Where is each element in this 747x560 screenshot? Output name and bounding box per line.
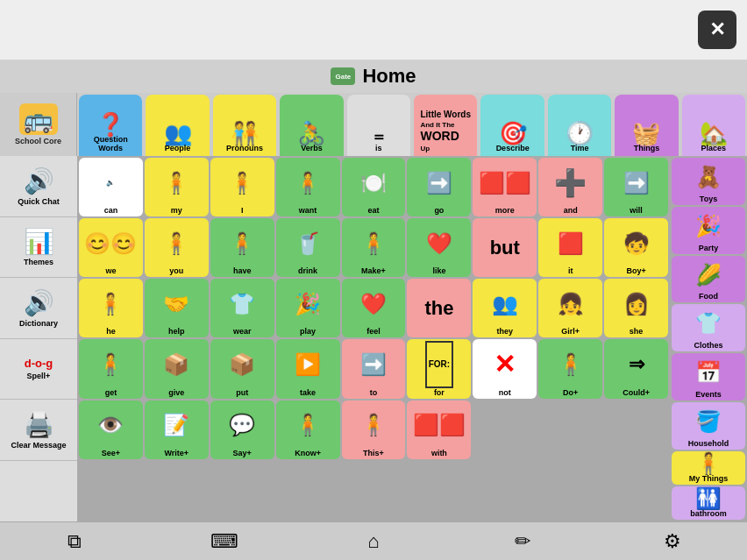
cell-write-plus[interactable]: 📝 Write+ <box>145 401 209 459</box>
sidebar-item-dictionary[interactable]: 🔊 Dictionary <box>0 278 77 339</box>
cell-but[interactable]: but <box>473 218 537 277</box>
will-icon: ➡️ <box>623 159 650 206</box>
cell-we[interactable]: 😊😊 we <box>79 218 143 277</box>
events-icon: 📅 <box>695 355 722 390</box>
sidebar-themes-label: Themes <box>24 258 53 266</box>
cell-events[interactable]: 📅 Events <box>672 353 745 401</box>
cell-food[interactable]: 🌽 Food <box>672 256 745 303</box>
get-icon: 🧍 <box>97 341 124 387</box>
cell-want[interactable]: 🧍 want <box>276 158 340 216</box>
cell-go[interactable]: ➡️ go <box>407 158 471 216</box>
pencil-button[interactable]: ✏ <box>503 526 542 557</box>
sidebar-item-spell-plus[interactable]: d-o-g Spell+ <box>0 339 77 401</box>
tab-question-words[interactable]: ❓ QuestionWords <box>79 95 142 156</box>
cell-help[interactable]: 🤝 help <box>145 279 209 337</box>
cell-party[interactable]: 🎉 Party <box>672 207 745 254</box>
cell-my-things[interactable]: 🧍 My Things <box>672 451 745 485</box>
tab-pronouns[interactable]: 🧑‍🤝‍🧑 Pronouns <box>213 95 276 156</box>
cell-feel[interactable]: ❤️ feel <box>342 279 406 337</box>
cell-do-plus[interactable]: 🧍 Do+ <box>538 339 602 398</box>
cell-eat[interactable]: 🍽️ eat <box>342 158 406 216</box>
is-icon: ＝ <box>371 129 387 145</box>
tab-time[interactable]: 🕐 Time <box>548 95 611 156</box>
but-label: but <box>490 238 520 258</box>
cell-like[interactable]: ❤️ like <box>407 218 471 277</box>
left-sidebar: 🔊 Quick Chat 📊 Themes 🔊 Dictionary d-o-g… <box>0 156 77 521</box>
cell-clothes[interactable]: 👕 Clothes <box>672 304 745 351</box>
can-label: can <box>104 207 118 215</box>
little-words-icon: Little WordsAnd It TheWORDUp <box>420 110 471 153</box>
cell-to[interactable]: ➡️ to <box>342 339 406 398</box>
category-tabs: ❓ QuestionWords 👥 People 🧑‍🤝‍🧑 Pronouns … <box>77 93 747 156</box>
cell-see-plus[interactable]: 👁️ See+ <box>79 401 143 459</box>
he-label: he <box>106 328 116 336</box>
cell-the[interactable]: the <box>407 279 471 337</box>
cell-know-plus[interactable]: 🧍 Know+ <box>276 401 340 459</box>
tab-things[interactable]: 🧺 Things <box>615 95 678 156</box>
sidebar-item-clear-message[interactable]: 🖨️ Clear Message <box>0 400 77 461</box>
tab-verbs[interactable]: 🚴 Verbs <box>280 95 343 156</box>
sidebar-item-quick-chat[interactable]: 🔊 Quick Chat <box>0 156 77 217</box>
cell-not[interactable]: ✕ not <box>473 339 537 398</box>
clothes-label: Clothes <box>694 342 722 350</box>
cell-my[interactable]: 🧍 my <box>145 158 209 216</box>
cell-it[interactable]: 🟥 it <box>538 218 602 277</box>
things-icon: 🧺 <box>632 122 660 145</box>
cell-he[interactable]: 🧍 he <box>79 279 143 337</box>
tab-people[interactable]: 👥 People <box>146 95 209 156</box>
food-icon: 🌽 <box>695 258 722 293</box>
cell-can[interactable]: 🔈 can <box>79 158 143 216</box>
girl-plus-icon: 👧 <box>558 280 584 327</box>
cell-bathroom[interactable]: 🚻 bathroom <box>672 486 745 520</box>
cell-wear[interactable]: 👕 wear <box>210 279 274 337</box>
cell-have[interactable]: 🧍 have <box>210 218 274 277</box>
have-icon: 🧍 <box>229 220 255 266</box>
tab-places[interactable]: 🏡 Places <box>682 95 745 156</box>
cell-give[interactable]: 📦 give <box>145 339 209 398</box>
cell-drink[interactable]: 🥤 drink <box>276 218 340 277</box>
tab-describe[interactable]: 🎯 Describe <box>480 95 544 156</box>
we-icon: 😊😊 <box>84 220 137 266</box>
cell-put[interactable]: 📦 put <box>210 339 274 398</box>
sidebar-spell-label: Spell+ <box>27 372 51 380</box>
tab-pronouns-label: Pronouns <box>226 145 263 153</box>
cell-more[interactable]: 🟥🟥 more <box>473 158 537 216</box>
cell-i[interactable]: 🧍 I <box>210 158 274 216</box>
close-button[interactable]: ✕ <box>698 11 736 49</box>
cell-could-plus[interactable]: ⇒ Could+ <box>604 339 668 398</box>
cell-say-plus[interactable]: 💬 Say+ <box>210 401 274 459</box>
cell-she[interactable]: 👩 she <box>604 279 668 337</box>
tab-little-words[interactable]: Little WordsAnd It TheWORDUp <box>414 95 477 156</box>
it-label: it <box>568 267 573 275</box>
cell-boy-plus[interactable]: 🧒 Boy+ <box>604 218 668 277</box>
cell-for[interactable]: FOR: for <box>407 339 471 398</box>
cell-you[interactable]: 🧍 you <box>145 218 209 277</box>
cell-toys[interactable]: 🧸 Toys <box>672 158 745 205</box>
cell-get[interactable]: 🧍 get <box>79 339 143 398</box>
like-label: like <box>432 267 445 275</box>
cell-will[interactable]: ➡️ will <box>604 158 668 216</box>
do-plus-label: Do+ <box>563 389 578 397</box>
cell-play[interactable]: 🎉 play <box>276 279 340 337</box>
put-icon: 📦 <box>229 341 255 387</box>
tab-is[interactable]: ＝ is <box>347 95 410 156</box>
help-label: help <box>168 328 185 336</box>
cell-make-plus[interactable]: 🧍 Make+ <box>342 218 406 277</box>
cell-and[interactable]: ➕ and <box>538 158 602 216</box>
school-core-label: School Core <box>15 137 61 145</box>
keyboard-button[interactable]: ⌨ <box>205 526 244 557</box>
cell-girl-plus[interactable]: 👧 Girl+ <box>538 279 602 337</box>
cell-take[interactable]: ▶️ take <box>276 339 340 398</box>
not-label: not <box>499 389 511 397</box>
play-icon: 🎉 <box>295 280 321 327</box>
copy-button[interactable]: ⧉ <box>55 526 94 557</box>
do-plus-icon: 🧍 <box>558 341 584 387</box>
cell-household[interactable]: 🪣 Household <box>672 402 745 450</box>
sidebar-item-themes[interactable]: 📊 Themes <box>0 217 77 279</box>
cell-this-plus[interactable]: 🧍 This+ <box>342 401 406 459</box>
cell-they[interactable]: 👥 they <box>473 279 537 337</box>
home-button[interactable]: ⌂ <box>354 526 393 557</box>
go-label: go <box>434 207 444 215</box>
cell-with[interactable]: 🟥🟥 with <box>407 401 471 459</box>
settings-button[interactable]: ⚙ <box>653 526 692 557</box>
